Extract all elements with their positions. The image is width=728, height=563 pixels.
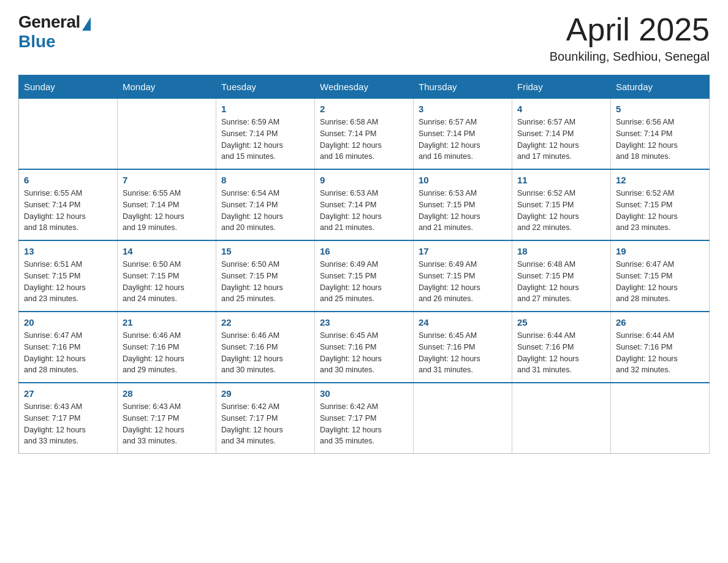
calendar-day-cell: 5Sunrise: 6:56 AMSunset: 7:14 PMDaylight… xyxy=(611,99,710,170)
day-info: Sunrise: 6:45 AMSunset: 7:16 PMDaylight:… xyxy=(320,330,408,376)
day-number: 15 xyxy=(221,246,309,256)
calendar-week-row: 1Sunrise: 6:59 AMSunset: 7:14 PMDaylight… xyxy=(19,99,710,170)
day-number: 27 xyxy=(24,388,112,399)
day-info: Sunrise: 6:48 AMSunset: 7:15 PMDaylight:… xyxy=(517,259,605,305)
day-number: 7 xyxy=(123,175,211,185)
calendar-day-cell: 26Sunrise: 6:44 AMSunset: 7:16 PMDayligh… xyxy=(611,312,710,383)
logo: General Blue xyxy=(18,12,91,52)
day-of-week-header: Tuesday xyxy=(216,75,315,99)
calendar-day-cell: 15Sunrise: 6:50 AMSunset: 7:15 PMDayligh… xyxy=(216,240,315,312)
calendar-week-row: 13Sunrise: 6:51 AMSunset: 7:15 PMDayligh… xyxy=(19,240,710,312)
calendar-day-cell: 2Sunrise: 6:58 AMSunset: 7:14 PMDaylight… xyxy=(315,99,414,170)
logo-blue-text: Blue xyxy=(18,32,56,52)
day-of-week-header: Thursday xyxy=(414,75,512,99)
day-number: 9 xyxy=(320,175,408,185)
day-number: 6 xyxy=(24,175,112,185)
calendar-day-cell: 9Sunrise: 6:53 AMSunset: 7:14 PMDaylight… xyxy=(315,169,414,240)
day-number: 18 xyxy=(517,246,605,256)
day-number: 19 xyxy=(616,246,704,256)
day-number: 1 xyxy=(221,104,309,114)
day-number: 17 xyxy=(419,246,507,256)
calendar-day-cell: 20Sunrise: 6:47 AMSunset: 7:16 PMDayligh… xyxy=(19,312,118,383)
calendar-day-cell: 19Sunrise: 6:47 AMSunset: 7:15 PMDayligh… xyxy=(611,240,710,312)
calendar-day-cell: 12Sunrise: 6:52 AMSunset: 7:15 PMDayligh… xyxy=(611,169,710,240)
day-number: 23 xyxy=(320,317,408,327)
calendar-day-cell: 17Sunrise: 6:49 AMSunset: 7:15 PMDayligh… xyxy=(414,240,512,312)
day-info: Sunrise: 6:45 AMSunset: 7:16 PMDaylight:… xyxy=(419,330,507,376)
header-right: April 2025 Bounkiling, Sedhiou, Senegal xyxy=(550,12,710,64)
day-info: Sunrise: 6:53 AMSunset: 7:14 PMDaylight:… xyxy=(320,188,408,234)
day-number: 29 xyxy=(221,388,309,399)
logo-general-text: General xyxy=(18,12,80,32)
day-info: Sunrise: 6:44 AMSunset: 7:16 PMDaylight:… xyxy=(517,330,605,376)
day-info: Sunrise: 6:50 AMSunset: 7:15 PMDaylight:… xyxy=(221,259,309,305)
day-info: Sunrise: 6:44 AMSunset: 7:16 PMDaylight:… xyxy=(616,330,704,376)
calendar-day-cell: 16Sunrise: 6:49 AMSunset: 7:15 PMDayligh… xyxy=(315,240,414,312)
day-info: Sunrise: 6:52 AMSunset: 7:15 PMDaylight:… xyxy=(616,188,704,234)
day-number: 21 xyxy=(123,317,211,327)
calendar-day-cell: 22Sunrise: 6:46 AMSunset: 7:16 PMDayligh… xyxy=(216,312,315,383)
day-of-week-header: Saturday xyxy=(611,75,710,99)
calendar-day-cell: 27Sunrise: 6:43 AMSunset: 7:17 PMDayligh… xyxy=(19,383,118,454)
day-info: Sunrise: 6:46 AMSunset: 7:16 PMDaylight:… xyxy=(123,330,211,376)
day-info: Sunrise: 6:59 AMSunset: 7:14 PMDaylight:… xyxy=(221,117,309,163)
day-number: 26 xyxy=(616,317,704,327)
calendar-day-cell: 18Sunrise: 6:48 AMSunset: 7:15 PMDayligh… xyxy=(512,240,611,312)
day-number: 5 xyxy=(616,104,704,114)
day-number: 25 xyxy=(517,317,605,327)
calendar-day-cell xyxy=(118,99,216,170)
day-info: Sunrise: 6:42 AMSunset: 7:17 PMDaylight:… xyxy=(320,401,408,447)
day-number: 22 xyxy=(221,317,309,327)
days-of-week-row: SundayMondayTuesdayWednesdayThursdayFrid… xyxy=(19,75,710,99)
location-subtitle: Bounkiling, Sedhiou, Senegal xyxy=(550,50,710,64)
calendar-day-cell: 21Sunrise: 6:46 AMSunset: 7:16 PMDayligh… xyxy=(118,312,216,383)
calendar-day-cell xyxy=(512,383,611,454)
day-info: Sunrise: 6:51 AMSunset: 7:15 PMDaylight:… xyxy=(24,259,112,305)
calendar-day-cell: 28Sunrise: 6:43 AMSunset: 7:17 PMDayligh… xyxy=(118,383,216,454)
day-number: 24 xyxy=(419,317,507,327)
day-info: Sunrise: 6:57 AMSunset: 7:14 PMDaylight:… xyxy=(419,117,507,163)
day-info: Sunrise: 6:49 AMSunset: 7:15 PMDaylight:… xyxy=(320,259,408,305)
calendar-day-cell: 7Sunrise: 6:55 AMSunset: 7:14 PMDaylight… xyxy=(118,169,216,240)
day-number: 16 xyxy=(320,246,408,256)
day-number: 14 xyxy=(123,246,211,256)
calendar-day-cell: 4Sunrise: 6:57 AMSunset: 7:14 PMDaylight… xyxy=(512,99,611,170)
day-of-week-header: Friday xyxy=(512,75,611,99)
day-number: 2 xyxy=(320,104,408,114)
day-number: 3 xyxy=(419,104,507,114)
month-year-title: April 2025 xyxy=(550,12,710,47)
day-info: Sunrise: 6:56 AMSunset: 7:14 PMDaylight:… xyxy=(616,117,704,163)
calendar-day-cell: 1Sunrise: 6:59 AMSunset: 7:14 PMDaylight… xyxy=(216,99,315,170)
day-info: Sunrise: 6:42 AMSunset: 7:17 PMDaylight:… xyxy=(221,401,309,447)
calendar-day-cell: 6Sunrise: 6:55 AMSunset: 7:14 PMDaylight… xyxy=(19,169,118,240)
calendar-day-cell: 23Sunrise: 6:45 AMSunset: 7:16 PMDayligh… xyxy=(315,312,414,383)
calendar-day-cell: 11Sunrise: 6:52 AMSunset: 7:15 PMDayligh… xyxy=(512,169,611,240)
day-number: 8 xyxy=(221,175,309,185)
calendar-week-row: 6Sunrise: 6:55 AMSunset: 7:14 PMDaylight… xyxy=(19,169,710,240)
calendar-day-cell: 10Sunrise: 6:53 AMSunset: 7:15 PMDayligh… xyxy=(414,169,512,240)
day-of-week-header: Sunday xyxy=(19,75,118,99)
day-number: 20 xyxy=(24,317,112,327)
calendar-body: 1Sunrise: 6:59 AMSunset: 7:14 PMDaylight… xyxy=(19,99,710,454)
day-info: Sunrise: 6:55 AMSunset: 7:14 PMDaylight:… xyxy=(123,188,211,234)
day-number: 28 xyxy=(123,388,211,399)
calendar-day-cell xyxy=(19,99,118,170)
calendar-header: SundayMondayTuesdayWednesdayThursdayFrid… xyxy=(19,75,710,99)
day-number: 13 xyxy=(24,246,112,256)
day-info: Sunrise: 6:47 AMSunset: 7:16 PMDaylight:… xyxy=(24,330,112,376)
day-info: Sunrise: 6:49 AMSunset: 7:15 PMDaylight:… xyxy=(419,259,507,305)
day-info: Sunrise: 6:57 AMSunset: 7:14 PMDaylight:… xyxy=(517,117,605,163)
calendar-day-cell: 13Sunrise: 6:51 AMSunset: 7:15 PMDayligh… xyxy=(19,240,118,312)
day-info: Sunrise: 6:53 AMSunset: 7:15 PMDaylight:… xyxy=(419,188,507,234)
day-info: Sunrise: 6:43 AMSunset: 7:17 PMDaylight:… xyxy=(123,401,211,447)
day-info: Sunrise: 6:58 AMSunset: 7:14 PMDaylight:… xyxy=(320,117,408,163)
day-info: Sunrise: 6:43 AMSunset: 7:17 PMDaylight:… xyxy=(24,401,112,447)
calendar-week-row: 27Sunrise: 6:43 AMSunset: 7:17 PMDayligh… xyxy=(19,383,710,454)
calendar-day-cell xyxy=(611,383,710,454)
page-header: General Blue April 2025 Bounkiling, Sedh… xyxy=(18,12,710,64)
logo-triangle-icon xyxy=(82,17,91,31)
day-of-week-header: Wednesday xyxy=(315,75,414,99)
day-info: Sunrise: 6:54 AMSunset: 7:14 PMDaylight:… xyxy=(221,188,309,234)
day-info: Sunrise: 6:55 AMSunset: 7:14 PMDaylight:… xyxy=(24,188,112,234)
day-number: 30 xyxy=(320,388,408,399)
